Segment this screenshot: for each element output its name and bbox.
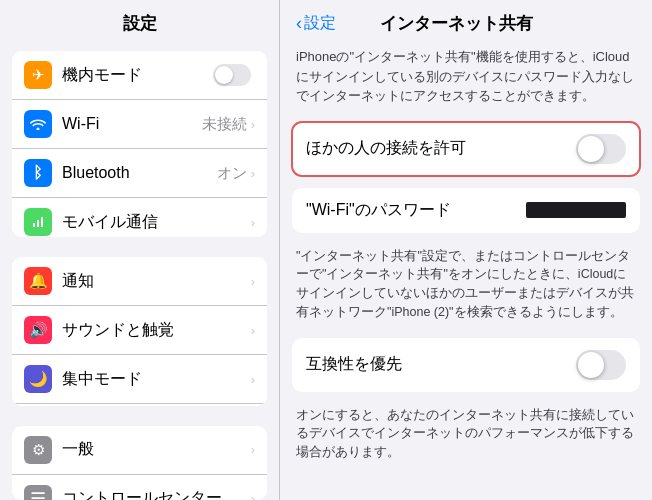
device-group: ⚙ 一般 › ☰ コントロールセンター › bbox=[12, 426, 267, 500]
system-group: 🔔 通知 › 🔊 サウンドと触覚 › 🌙 集中モード › ⏱ スクリーンタイム … bbox=[12, 257, 267, 406]
airplane-icon: ✈ bbox=[24, 61, 52, 89]
password-mask bbox=[526, 202, 626, 218]
airplane-row[interactable]: ✈ 機内モード bbox=[12, 51, 267, 100]
connectivity-group: ✈ 機内モード Wi-Fi 未接続 › ᛒ Bluetooth オン › bbox=[12, 51, 267, 237]
sound-label: サウンドと触覚 bbox=[62, 320, 251, 341]
back-label: 設定 bbox=[304, 13, 336, 34]
allow-connection-row[interactable]: ほかの人の接続を許可 bbox=[292, 122, 640, 176]
right-header: ‹ 設定 インターネット共有 bbox=[280, 0, 652, 41]
sound-row[interactable]: 🔊 サウンドと触覚 › bbox=[12, 306, 267, 355]
wifi-password-section: "Wi-Fi"のパスワード bbox=[292, 188, 640, 233]
general-label: 一般 bbox=[62, 439, 251, 460]
mobile-row[interactable]: モバイル通信 › bbox=[12, 198, 267, 237]
svg-rect-0 bbox=[33, 223, 35, 227]
hotspot-note2: オンにすると、あなたのインターネット共有に接続しているデバイスでインターネットの… bbox=[280, 398, 652, 472]
bluetooth-label: Bluetooth bbox=[62, 164, 217, 182]
back-chevron-icon: ‹ bbox=[296, 13, 302, 34]
svg-rect-2 bbox=[41, 217, 43, 227]
control-row[interactable]: ☰ コントロールセンター › bbox=[12, 475, 267, 500]
general-row[interactable]: ⚙ 一般 › bbox=[12, 426, 267, 475]
bluetooth-row[interactable]: ᛒ Bluetooth オン › bbox=[12, 149, 267, 198]
compat-section: 互換性を優先 bbox=[292, 338, 640, 392]
control-icon: ☰ bbox=[24, 485, 52, 500]
allow-connection-toggle[interactable] bbox=[576, 134, 626, 164]
wifi-icon bbox=[24, 110, 52, 138]
left-header: 設定 bbox=[0, 0, 279, 43]
general-icon: ⚙ bbox=[24, 436, 52, 464]
notify-icon: 🔔 bbox=[24, 267, 52, 295]
hotspot-description: iPhoneの"インターネット共有"機能を使用すると、iCloudにサインインし… bbox=[280, 41, 652, 116]
wifi-row[interactable]: Wi-Fi 未接続 › bbox=[12, 100, 267, 149]
allow-connection-label: ほかの人の接続を許可 bbox=[306, 138, 576, 159]
focus-row[interactable]: 🌙 集中モード › bbox=[12, 355, 267, 404]
compat-row[interactable]: 互換性を優先 bbox=[292, 338, 640, 392]
focus-icon: 🌙 bbox=[24, 365, 52, 393]
svg-rect-1 bbox=[37, 220, 39, 227]
bluetooth-value: オン bbox=[217, 164, 247, 183]
hotspot-note1: "インターネット共有"設定で、またはコントロールセンターで"インターネット共有"… bbox=[280, 239, 652, 332]
settings-left-panel: 設定 ✈ 機内モード Wi-Fi 未接続 › ᛒ Bluetooth bbox=[0, 0, 280, 500]
wifi-chevron: › bbox=[251, 117, 255, 132]
right-title: インターネット共有 bbox=[336, 12, 576, 35]
airplane-label: 機内モード bbox=[62, 65, 213, 86]
control-chevron: › bbox=[251, 491, 255, 500]
compat-label: 互換性を優先 bbox=[306, 354, 576, 375]
mobile-chevron: › bbox=[251, 215, 255, 230]
sound-chevron: › bbox=[251, 323, 255, 338]
focus-chevron: › bbox=[251, 372, 255, 387]
control-label: コントロールセンター bbox=[62, 488, 251, 500]
bluetooth-icon: ᛒ bbox=[24, 159, 52, 187]
wifi-password-row[interactable]: "Wi-Fi"のパスワード bbox=[292, 188, 640, 233]
notify-label: 通知 bbox=[62, 271, 251, 292]
general-chevron: › bbox=[251, 442, 255, 457]
airplane-toggle[interactable] bbox=[213, 64, 251, 86]
focus-label: 集中モード bbox=[62, 369, 251, 390]
notify-row[interactable]: 🔔 通知 › bbox=[12, 257, 267, 306]
compat-toggle[interactable] bbox=[576, 350, 626, 380]
allow-connection-section: ほかの人の接続を許可 bbox=[292, 122, 640, 176]
back-button[interactable]: ‹ 設定 bbox=[296, 13, 336, 34]
hotspot-detail-panel: ‹ 設定 インターネット共有 iPhoneの"インターネット共有"機能を使用する… bbox=[280, 0, 652, 500]
sound-icon: 🔊 bbox=[24, 316, 52, 344]
notify-chevron: › bbox=[251, 274, 255, 289]
bluetooth-chevron: › bbox=[251, 166, 255, 181]
mobile-icon bbox=[24, 208, 52, 236]
mobile-label: モバイル通信 bbox=[62, 212, 251, 233]
screen-row[interactable]: ⏱ スクリーンタイム › bbox=[12, 404, 267, 406]
wifi-label: Wi-Fi bbox=[62, 115, 202, 133]
wifi-value: 未接続 bbox=[202, 115, 247, 134]
wifi-password-label: "Wi-Fi"のパスワード bbox=[306, 200, 526, 221]
